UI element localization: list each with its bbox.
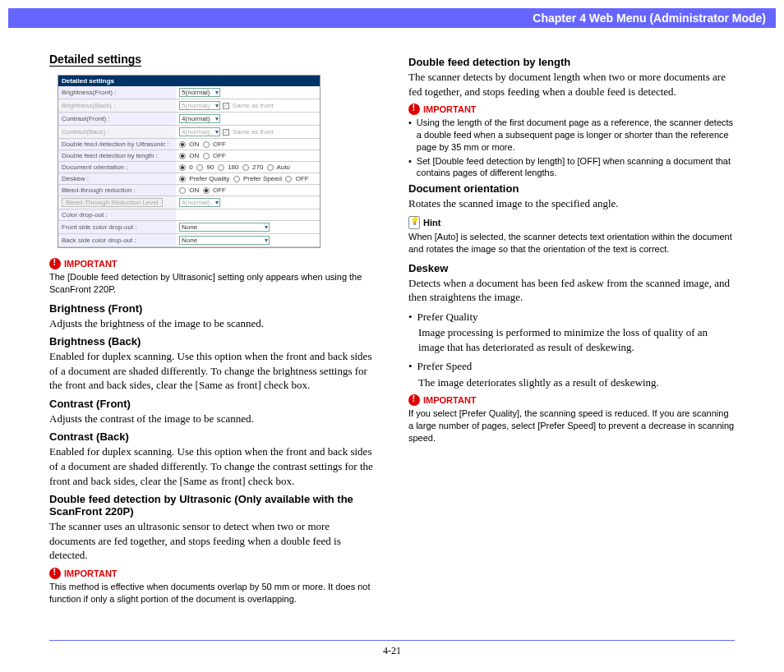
important-callout-3: IMPORTANT (408, 104, 735, 115)
subhead-brightness-back: Brightness (Back) (49, 335, 376, 348)
bullet-prefer-quality: •Prefer Quality (408, 310, 735, 324)
row-control[interactable]: 4(normal) (176, 196, 320, 209)
important-bullet-1: •Using the length of the first document … (408, 117, 735, 154)
hint-icon (408, 216, 420, 229)
subhead-brightness-front: Brightness (Front) (49, 302, 376, 315)
page-number: 4-21 (383, 645, 401, 656)
checkbox-label: Same as front (233, 128, 274, 136)
row-control[interactable]: None (176, 234, 320, 247)
radio[interactable] (179, 176, 186, 182)
radio[interactable] (242, 164, 249, 171)
row-label: Contrast(Back) : (58, 126, 176, 139)
section-title-detailed: Detailed settings (49, 53, 141, 67)
bullet-prefer-speed: •Prefer Speed (408, 359, 735, 374)
radio-on[interactable] (179, 141, 186, 148)
right-column: Double feed detection by length The scan… (408, 53, 735, 611)
table-row: Brightness(Back) :5(normal) Same as fron… (58, 99, 320, 113)
table-row: Document orientation : 0 90 180 270 Auto (58, 162, 320, 173)
subhead-contrast-back: Contrast (Back) (49, 430, 376, 443)
prefer-speed-text: The image deteriorates slightly as a res… (418, 375, 735, 390)
button-disabled: Bleed-Through Reduction Level (62, 198, 163, 207)
important-label: IMPORTANT (423, 395, 477, 405)
table-row: Color drop-out : (58, 209, 320, 221)
row-control[interactable]: 5(normal) Same as front (176, 99, 320, 113)
select[interactable]: 4(normal) (179, 114, 220, 123)
table-row: Bleed-through reduction : ON OFF (58, 185, 320, 196)
table-row: Deskew : Prefer Quality Prefer Speed OFF (58, 173, 320, 185)
row-control[interactable]: 5(normal) (176, 86, 320, 99)
chapter-header: Chapter 4 Web Menu (Administrator Mode) (8, 8, 776, 28)
radio[interactable] (285, 176, 292, 182)
important-icon (49, 568, 61, 579)
row-control[interactable] (176, 209, 320, 221)
subhead-deskew: Deskew (408, 262, 735, 274)
body-ultrasonic: The scanner uses an ultrasonic sensor to… (49, 519, 376, 563)
table-row: Contrast(Back) :4(normal) Same as front (58, 126, 320, 139)
checkbox[interactable] (223, 129, 229, 136)
radio[interactable] (196, 164, 203, 171)
row-control[interactable]: 0 90 180 270 Auto (176, 162, 320, 173)
table-row: Double feed detection by length : ON OFF (58, 150, 320, 162)
important-callout-1: IMPORTANT (49, 258, 376, 269)
select[interactable]: 4(normal) (179, 127, 220, 136)
row-control[interactable]: 4(normal) (176, 113, 320, 126)
checkbox[interactable] (223, 103, 229, 109)
row-label: Brightness(Front) : (58, 86, 176, 99)
important-bullet-2: •Set [Double feed detection by length] t… (408, 155, 735, 180)
row-label: Double feed detection by length : (58, 150, 176, 162)
select[interactable]: 5(normal) (179, 101, 220, 110)
bullet-text: Using the length of the first document p… (417, 117, 735, 154)
important-callout-4: IMPORTANT (408, 394, 735, 406)
subhead-dfd-length: Double feed detection by length (408, 56, 735, 68)
body-brightness-back: Enabled for duplex scanning. Use this op… (49, 349, 376, 393)
left-column: Detailed settings Detailed settings Brig… (49, 53, 376, 611)
radio[interactable] (179, 164, 186, 171)
subhead-orientation: Document orientation (408, 182, 735, 195)
row-control[interactable]: ON OFF (176, 139, 320, 150)
radio-off[interactable] (203, 187, 210, 194)
important-text-1: The [Double feed detection by Ultrasonic… (49, 271, 376, 296)
radio-on[interactable] (179, 153, 186, 159)
radio-off[interactable] (203, 141, 210, 148)
table-row: Double feed detection by Ultrasonic : ON… (58, 139, 320, 150)
row-label: Back side color drop-out : (58, 234, 176, 247)
hint-label: Hint (423, 218, 440, 228)
select[interactable]: None (179, 236, 270, 245)
radio[interactable] (233, 176, 240, 182)
table-row: Front side color drop-out :None (58, 221, 320, 234)
row-label: Bleed-through reduction : (58, 185, 176, 196)
screenshot-header: Detailed settings (58, 76, 320, 86)
subhead-contrast-front: Contrast (Front) (49, 398, 376, 410)
table-row: Contrast(Front) :4(normal) (58, 113, 320, 126)
subhead-ultrasonic: Double feed detection by Ultrasonic (Onl… (49, 493, 376, 518)
radio-off[interactable] (203, 153, 210, 159)
row-control[interactable]: Prefer Quality Prefer Speed OFF (176, 173, 320, 185)
row-label: Front side color drop-out : (58, 221, 176, 234)
important-icon (408, 104, 420, 115)
radio[interactable] (267, 164, 274, 171)
row-label: Bleed-Through Reduction Level (58, 196, 176, 209)
row-control[interactable]: ON OFF (176, 150, 320, 162)
table-row: Back side color drop-out :None (58, 234, 320, 247)
body-dfd-length: The scanner detects by document length w… (408, 70, 735, 99)
checkbox-label: Same as front (233, 102, 274, 109)
row-control[interactable]: ON OFF (176, 185, 320, 196)
radio-on[interactable] (179, 187, 186, 194)
row-control[interactable]: 4(normal) Same as front (176, 126, 320, 139)
row-control[interactable]: None (176, 221, 320, 234)
settings-table: Brightness(Front) :5(normal)Brightness(B… (58, 86, 320, 247)
important-label: IMPORTANT (64, 568, 118, 578)
row-label: Brightness(Back) : (58, 99, 176, 113)
body-brightness-front: Adjusts the brightness of the image to b… (49, 316, 376, 331)
select[interactable]: 5(normal) (179, 88, 220, 97)
page-footer: 4-21 (49, 640, 735, 657)
body-deskew: Detects when a document has been fed ask… (408, 276, 735, 305)
prefer-quality-text: Image processing is performed to minimiz… (418, 325, 735, 354)
important-callout-2: IMPORTANT (49, 568, 376, 579)
radio[interactable] (218, 164, 224, 171)
important-icon (408, 394, 420, 406)
body-contrast-back: Enabled for duplex scanning. Use this op… (49, 444, 376, 488)
select[interactable]: None (179, 223, 270, 232)
table-row: Brightness(Front) :5(normal) (58, 86, 320, 99)
row-label: Double feed detection by Ultrasonic : (58, 139, 176, 150)
